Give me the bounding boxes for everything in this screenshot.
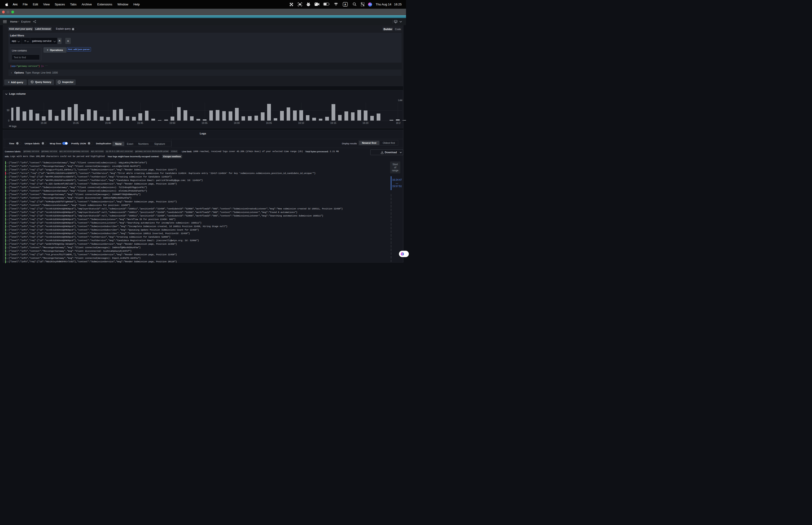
svg-text:A: A	[344, 3, 346, 6]
